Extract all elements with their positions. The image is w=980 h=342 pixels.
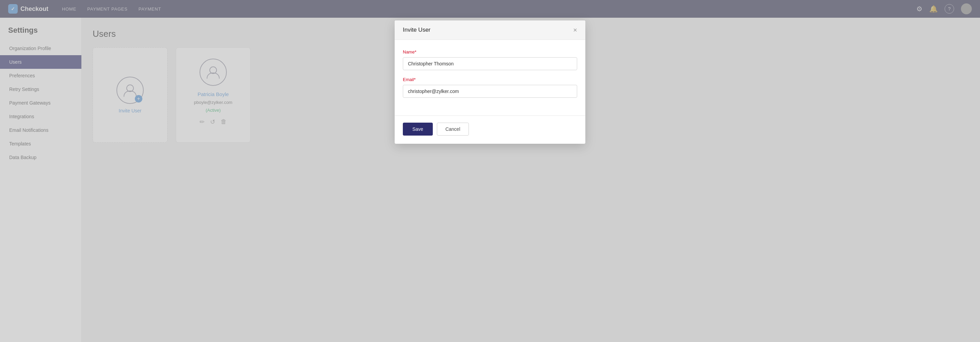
modal-close-button[interactable]: × xyxy=(573,27,577,33)
modal-body: Name* Email* xyxy=(395,40,585,114)
invite-user-modal: Invite User × Name* Email* Save Cancel xyxy=(395,21,585,144)
email-input[interactable] xyxy=(403,85,577,98)
modal-footer: Save Cancel xyxy=(395,122,585,144)
email-form-group: Email* xyxy=(403,77,577,98)
cancel-button[interactable]: Cancel xyxy=(437,122,469,135)
modal-header: Invite User × xyxy=(395,21,585,40)
email-label: Email* xyxy=(403,77,577,82)
modal-overlay: Invite User × Name* Email* Save Cancel xyxy=(0,0,980,342)
name-input[interactable] xyxy=(403,57,577,70)
save-button[interactable]: Save xyxy=(403,122,433,135)
name-label: Name* xyxy=(403,49,577,54)
modal-title: Invite User xyxy=(403,27,430,33)
name-form-group: Name* xyxy=(403,49,577,70)
